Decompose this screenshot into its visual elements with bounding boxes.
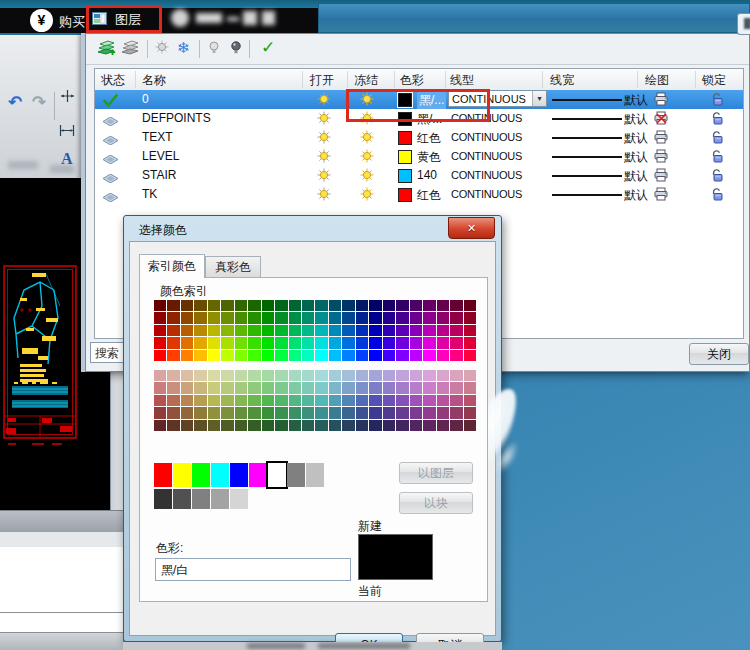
tab-index-color[interactable]: 索引颜色 [139, 254, 205, 278]
palette-color-cell[interactable] [423, 325, 435, 336]
palette-color-cell[interactable] [181, 382, 193, 393]
standard-color-cell[interactable] [249, 463, 267, 487]
palette-color-cell[interactable] [464, 395, 476, 406]
byblock-button[interactable]: 以块 [399, 492, 473, 514]
dimension-width-icon[interactable] [59, 123, 75, 141]
yuan-promo-icon[interactable]: ¥ [30, 9, 53, 32]
bulb-off-button[interactable] [207, 40, 227, 58]
palette-color-cell[interactable] [235, 370, 247, 381]
palette-color-cell[interactable] [396, 395, 408, 406]
palette-color-cell[interactable] [167, 382, 179, 393]
palette-color-cell[interactable] [248, 325, 260, 336]
palette-color-cell[interactable] [194, 407, 206, 418]
palette-color-cell[interactable] [194, 350, 206, 361]
palette-color-cell[interactable] [181, 370, 193, 381]
palette-color-cell[interactable] [315, 370, 327, 381]
palette-color-cell[interactable] [437, 350, 449, 361]
palette-color-cell[interactable] [302, 407, 314, 418]
palette-color-cell[interactable] [302, 325, 314, 336]
palette-color-cell[interactable] [248, 337, 260, 348]
palette-color-cell[interactable] [181, 337, 193, 348]
palette-color-cell[interactable] [437, 337, 449, 348]
palette-color-cell[interactable] [289, 420, 301, 431]
palette-color-cell[interactable] [289, 312, 301, 323]
col-freeze[interactable]: 冻结 [354, 72, 378, 89]
palette-color-cell[interactable] [329, 407, 341, 418]
palette-color-cell[interactable] [181, 420, 193, 431]
thaw-sun-button[interactable] [155, 40, 175, 58]
palette-color-cell[interactable] [356, 395, 368, 406]
palette-color-cell[interactable] [275, 300, 287, 311]
palette-color-cell[interactable] [262, 382, 274, 393]
undo-icon[interactable]: ↶ [8, 92, 22, 113]
palette-color-cell[interactable] [423, 370, 435, 381]
palette-color-cell[interactable] [329, 325, 341, 336]
palette-color-cell[interactable] [450, 337, 462, 348]
layer-on-bulb-icon[interactable] [317, 92, 331, 110]
table-row[interactable]: TK红色CONTINUOUS默认 [95, 185, 743, 204]
delete-layer-button[interactable] [121, 40, 141, 58]
palette-color-cell[interactable] [423, 407, 435, 418]
palette-color-cell[interactable] [423, 350, 435, 361]
palette-color-cell[interactable] [356, 337, 368, 348]
palette-color-cell[interactable] [221, 312, 233, 323]
palette-color-cell[interactable] [235, 407, 247, 418]
palette-color-cell[interactable] [450, 420, 462, 431]
palette-color-cell[interactable] [289, 382, 301, 393]
gray-shade-cell[interactable] [192, 489, 210, 509]
palette-color-cell[interactable] [410, 395, 422, 406]
palette-color-cell[interactable] [315, 350, 327, 361]
palette-color-cell[interactable] [208, 337, 220, 348]
palette-color-cell[interactable] [208, 370, 220, 381]
palette-color-cell[interactable] [423, 395, 435, 406]
palette-color-cell[interactable] [167, 325, 179, 336]
palette-color-cell[interactable] [383, 300, 395, 311]
palette-color-cell[interactable] [437, 370, 449, 381]
palette-color-cell[interactable] [194, 300, 206, 311]
no-plot-icon[interactable] [653, 111, 669, 129]
palette-color-cell[interactable] [369, 420, 381, 431]
palette-color-cell[interactable] [450, 325, 462, 336]
palette-color-cell[interactable] [275, 420, 287, 431]
standard-color-cell[interactable] [306, 463, 324, 487]
palette-color-cell[interactable] [289, 325, 301, 336]
palette-color-cell[interactable] [181, 350, 193, 361]
palette-color-cell[interactable] [221, 382, 233, 393]
palette-color-cell[interactable] [410, 382, 422, 393]
palette-color-cell[interactable] [262, 325, 274, 336]
gray-shade-cell[interactable] [230, 489, 248, 509]
palette-color-cell[interactable] [437, 300, 449, 311]
standard-color-cell[interactable] [173, 463, 191, 487]
palette-color-cell[interactable] [342, 325, 354, 336]
palette-color-cell[interactable] [235, 337, 247, 348]
palette-color-cell[interactable] [275, 350, 287, 361]
palette-color-cell[interactable] [302, 382, 314, 393]
standard-color-cell[interactable] [211, 463, 229, 487]
palette-color-cell[interactable] [437, 407, 449, 418]
palette-color-cell[interactable] [167, 420, 179, 431]
unlock-icon[interactable] [711, 111, 724, 129]
palette-color-cell[interactable] [464, 382, 476, 393]
palette-color-cell[interactable] [275, 407, 287, 418]
palette-color-cell[interactable] [181, 407, 193, 418]
tab-true-color[interactable]: 真彩色 [205, 256, 261, 278]
palette-color-cell[interactable] [221, 350, 233, 361]
palette-color-cell[interactable] [464, 370, 476, 381]
palette-color-cell[interactable] [235, 395, 247, 406]
plot-icon[interactable] [653, 92, 669, 110]
palette-color-cell[interactable] [329, 382, 341, 393]
palette-color-cell[interactable] [329, 350, 341, 361]
palette-color-cell[interactable] [423, 337, 435, 348]
layer-freeze-sun-icon[interactable] [360, 149, 374, 167]
palette-color-cell[interactable] [154, 407, 166, 418]
palette-color-cell[interactable] [221, 420, 233, 431]
palette-color-cell[interactable] [410, 300, 422, 311]
palette-color-cell[interactable] [221, 395, 233, 406]
palette-color-cell[interactable] [248, 395, 260, 406]
palette-color-cell[interactable] [383, 325, 395, 336]
palette-color-cell[interactable] [410, 420, 422, 431]
col-lock[interactable]: 锁定 [702, 72, 726, 89]
palette-color-cell[interactable] [208, 382, 220, 393]
palette-color-cell[interactable] [262, 370, 274, 381]
unlock-icon[interactable] [711, 92, 724, 110]
